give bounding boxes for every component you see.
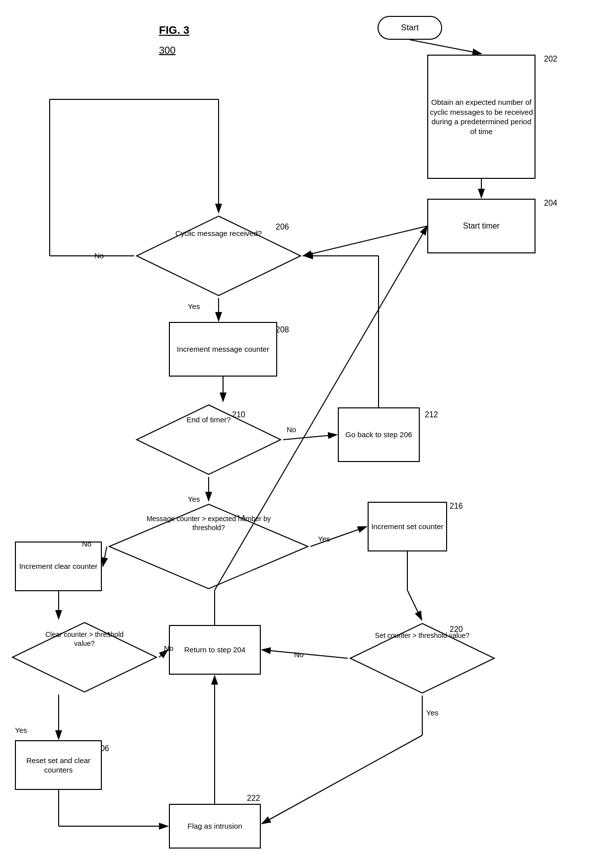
svg-text:Yes: Yes xyxy=(318,535,330,543)
label-208: 208 xyxy=(276,325,289,334)
svg-line-6 xyxy=(410,40,481,54)
svg-text:Yes: Yes xyxy=(188,302,200,311)
svg-text:No: No xyxy=(287,425,296,434)
step-208: Increment message counter xyxy=(169,322,277,377)
step-216: Increment set counter xyxy=(368,502,447,551)
step-202: Obtain an expected number of cyclic mess… xyxy=(427,55,536,179)
step-212: Go back to step 206 xyxy=(338,407,420,462)
step-222: Flag as intrusion xyxy=(169,804,261,849)
label-204: 204 xyxy=(544,199,557,208)
step-220-diamond: Set counter > threshold value? xyxy=(348,621,497,696)
figure-title: FIG. 3 xyxy=(159,24,189,37)
step-210-diamond: End of timer? xyxy=(134,402,283,477)
svg-line-36 xyxy=(262,735,422,824)
svg-line-31 xyxy=(407,590,422,620)
step-218: Return to step 204 xyxy=(169,625,261,675)
svg-line-29 xyxy=(159,650,168,657)
step-302: Increment clear counter xyxy=(15,542,102,591)
step-204: Start timer xyxy=(427,199,536,253)
step-206-diamond: Cyclic message received? xyxy=(134,214,303,298)
svg-line-24 xyxy=(310,527,367,546)
label-216: 216 xyxy=(450,502,463,511)
label-222: 222 xyxy=(247,794,260,803)
svg-line-26 xyxy=(103,546,107,566)
svg-text:No: No xyxy=(294,650,304,659)
step-214-diamond: Message counter > expected number by thr… xyxy=(107,502,310,591)
start-node: Start xyxy=(378,16,442,40)
figure-number: 300 xyxy=(159,45,175,56)
svg-text:Yes: Yes xyxy=(15,726,27,734)
svg-line-18 xyxy=(283,435,337,440)
svg-text:Yes: Yes xyxy=(426,708,438,717)
step-304-diamond: Clear counter > threshold value? xyxy=(10,620,159,695)
label-212: 212 xyxy=(425,410,438,419)
svg-line-33 xyxy=(262,650,348,658)
svg-line-8 xyxy=(303,226,427,256)
flowchart: FIG. 3 300 Start 202 Obtain an expected … xyxy=(0,0,616,855)
svg-text:No: No xyxy=(94,251,104,260)
step-306: Reset set and clear counters xyxy=(15,740,102,790)
label-202: 202 xyxy=(544,55,557,64)
